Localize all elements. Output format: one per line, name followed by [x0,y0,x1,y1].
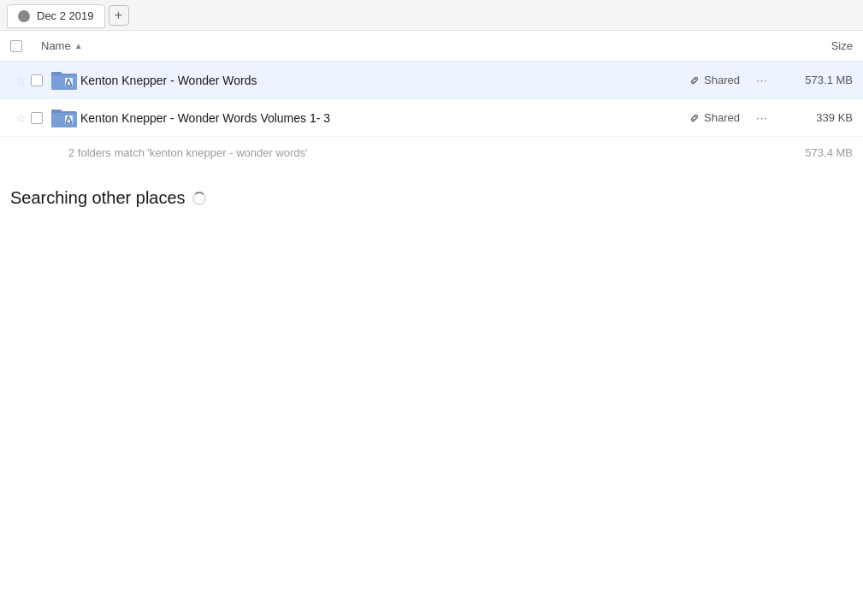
shared-badge-row2: Shared [689,111,740,124]
link-icon-row1 [689,74,700,86]
add-tab-button[interactable]: + [109,5,129,26]
searching-section: Searching other places [0,168,863,218]
table-row[interactable]: ☆ Kenton Knepper - Wonder Words Volumes … [0,99,863,137]
tab-dec2019[interactable]: Dec 2 2019 [7,4,105,28]
tab-bar: Dec 2 2019 + [0,0,863,31]
table-row[interactable]: ☆ Kenton Knepper - Wonder Words Shared ·… [0,62,863,99]
svg-rect-9 [51,110,62,113]
tab-label: Dec 2 2019 [37,9,94,22]
column-headers: Name ▲ Size [0,31,863,62]
folder-icon-row2 [51,107,77,129]
more-button-row2[interactable]: ··· [750,106,774,130]
folder-svg [51,69,77,92]
folder-icon-row1 [51,69,77,92]
summary-size: 573.4 MB [784,146,853,159]
file-size-row2: 339 KB [784,111,853,124]
name-column-header[interactable]: Name ▲ [41,39,784,52]
searching-title: Searching other places [10,188,853,208]
file-name-row2: Kenton Knepper - Wonder Words Volumes 1-… [80,111,689,125]
sort-arrow-icon: ▲ [74,41,83,50]
svg-rect-2 [51,72,62,75]
star-button-row1[interactable]: ☆ [10,74,31,87]
summary-row: 2 folders match 'kenton knepper - wonder… [0,137,863,168]
size-column-header: Size [784,39,853,52]
checkbox-box [31,112,43,124]
row-checkbox-2[interactable] [31,112,51,124]
file-name-row1: Kenton Knepper - Wonder Words [80,74,689,87]
tab-icon [18,10,30,22]
select-all-checkbox[interactable] [10,40,41,52]
shared-badge-row1: Shared [689,74,740,86]
more-button-row1[interactable]: ··· [750,68,774,92]
folder-svg [51,107,77,129]
checkbox-box [10,40,22,52]
svg-rect-1 [51,75,77,90]
loading-spinner-icon [192,192,206,205]
row-checkbox-1[interactable] [31,74,51,86]
checkbox-box [31,74,43,86]
file-size-row1: 573.1 MB [784,74,853,86]
svg-rect-8 [51,113,77,127]
summary-text: 2 folders match 'kenton knepper - wonder… [68,146,784,159]
star-button-row2[interactable]: ☆ [10,111,31,125]
link-icon-row2 [689,112,700,124]
